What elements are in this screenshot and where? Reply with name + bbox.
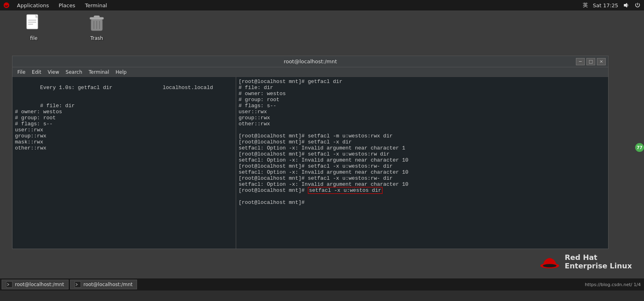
terminal-window: root@localhost:/mnt − □ × File Edit View… (12, 56, 609, 249)
taskbar-url-text: https://blog.csdn.net/ 1/4 (585, 282, 641, 287)
top-menubar: Applications Places Terminal 英 Sat 17:25 (0, 0, 644, 10)
taskbar-right-text: https://blog.csdn.net/ 1/4 (585, 282, 641, 287)
terminal-menubar: File Edit View Search Terminal Help (12, 67, 608, 77)
redhat-hat-icon (540, 253, 560, 270)
terminal-title: root@localhost:/mnt (284, 58, 337, 64)
redhat-brand-text: Red Hat Enterprise Linux (565, 253, 632, 270)
close-button[interactable]: × (597, 58, 606, 65)
taskbar-item-label-1: root@localhost:/mnt (15, 282, 64, 287)
last-prompt: [root@localhost mnt]# (239, 199, 308, 206)
right-pane-last-line: [root@localhost mnt]# (239, 199, 308, 206)
language-indicator: 英 (583, 2, 588, 9)
menu-terminal[interactable]: Terminal (81, 2, 111, 9)
notification-count: 77 (637, 145, 642, 150)
menu-applications[interactable]: Applications (13, 2, 53, 9)
right-pane-content1: # file: dir # owner: westos # group: roo… (239, 85, 286, 127)
right-pane-content2: [root@localhost mnt]# setfacl -m u:westo… (239, 133, 408, 187)
terminal-taskbar-icon-1 (6, 281, 12, 288)
clock: Sat 17:25 (593, 2, 618, 8)
taskbar-item-label-2: root@localhost:/mnt (83, 282, 133, 287)
taskbar-item-1[interactable]: root@localhost:/mnt (2, 280, 69, 289)
redhat-line1: Red Hat (565, 253, 632, 262)
menu-view[interactable]: View (44, 69, 62, 76)
desktop: file Trash root@localhost:/mnt (0, 10, 644, 291)
highlighted-command: setfacl -x u:westos dir (308, 187, 382, 194)
right-pane-prompt1: [root@localhost mnt]# getfacl dir (239, 79, 342, 85)
minimize-button[interactable]: − (576, 58, 585, 65)
svg-point-16 (543, 264, 557, 268)
terminal-pane-left[interactable]: Every 1.0s: getfacl dir localhost.locald… (12, 77, 236, 249)
terminal-pane-right[interactable]: [root@localhost mnt]# getfacl dir # file… (236, 77, 608, 249)
titlebar-buttons: − □ × (576, 58, 606, 65)
right-pane-highlighted-prompt: [root@localhost mnt]# (239, 187, 308, 193)
file-icon (24, 15, 44, 34)
redhat-logo-icon (3, 2, 10, 8)
desktop-icon-file[interactable]: file (18, 15, 50, 41)
file-icon-label: file (30, 35, 37, 41)
terminal-titlebar: root@localhost:/mnt − □ × (12, 56, 608, 67)
menu-places[interactable]: Places (54, 2, 79, 9)
desktop-icon-trash[interactable]: Trash (81, 15, 113, 41)
menu-terminal[interactable]: Terminal (85, 69, 112, 76)
svg-marker-3 (624, 3, 627, 8)
notification-circle[interactable]: 77 (635, 143, 644, 152)
taskbar: root@localhost:/mnt root@localhost:/mnt … (0, 278, 644, 291)
redhat-branding: Red Hat Enterprise Linux (540, 253, 632, 270)
volume-icon[interactable] (623, 2, 629, 8)
taskbar-item-2[interactable]: root@localhost:/mnt (70, 280, 137, 289)
redhat-line2: Enterprise Linux (565, 262, 632, 270)
top-bar-right: 英 Sat 17:25 (583, 2, 641, 9)
left-pane-content: # file: dir # owner: westos # group: roo… (15, 103, 75, 151)
terminal-taskbar-icon-2 (75, 281, 81, 288)
menu-help[interactable]: Help (112, 69, 130, 76)
trash-icon (87, 15, 106, 34)
split-pane-container: Every 1.0s: getfacl dir localhost.locald… (12, 77, 608, 249)
maximize-button[interactable]: □ (586, 58, 595, 65)
trash-icon-label: Trash (90, 35, 103, 41)
menu-search[interactable]: Search (62, 69, 85, 76)
power-icon[interactable] (634, 2, 641, 8)
watch-header: Every 1.0s: getfacl dir localhost.locald (40, 85, 213, 91)
top-bar-left: Applications Places Terminal (3, 2, 111, 9)
svg-rect-11 (94, 16, 100, 18)
menu-file[interactable]: File (14, 69, 29, 76)
menu-edit[interactable]: Edit (29, 69, 44, 76)
